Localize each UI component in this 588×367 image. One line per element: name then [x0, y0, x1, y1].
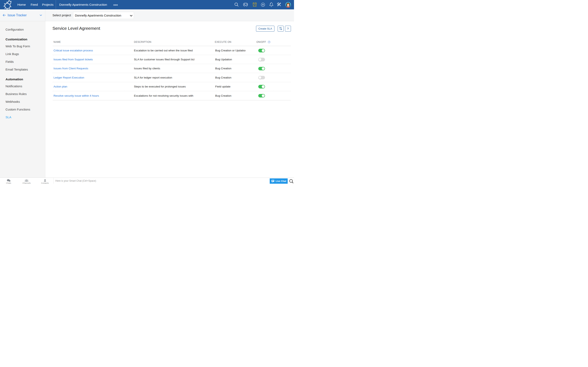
svg-text:?: ?	[269, 41, 270, 43]
